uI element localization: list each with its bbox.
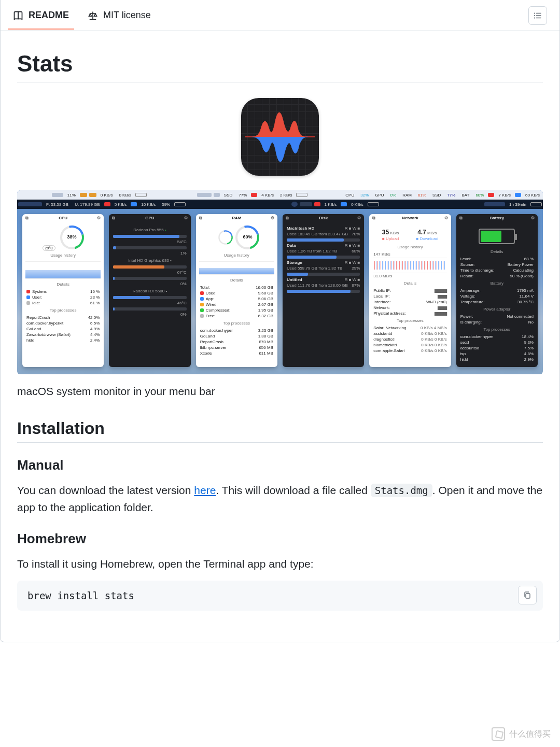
panel-gpu: ⧉GPU⚙ Radeon Pro 555 • 54°C 1% Intel HD … <box>109 214 190 367</box>
app-icon <box>241 98 319 176</box>
filename-code: Stats.dmg <box>371 484 432 497</box>
menubar-light: 11% 0 KB/s 0 KB/s SSD 77% 4 KB/s 2 KB/s … <box>17 190 543 200</box>
tab-readme-label: README <box>29 10 69 21</box>
svg-rect-1 <box>536 12 541 13</box>
panel-battery: ⧉Battery⚙ Details Level:68 % Source:Batt… <box>456 214 538 367</box>
outline-button[interactable] <box>528 6 547 25</box>
homebrew-intro: To install it using Homebrew, open the T… <box>17 555 543 573</box>
list-icon <box>533 11 542 20</box>
svg-rect-5 <box>536 17 541 18</box>
page-title: Stats <box>17 51 543 82</box>
svg-point-0 <box>534 12 535 13</box>
code-block: brew install stats <box>17 581 543 611</box>
tagline: macOS system monitor in your menu bar <box>17 383 543 400</box>
heading-installation: Installation <box>17 419 543 443</box>
tab-license[interactable]: MIT license <box>79 2 159 29</box>
app-icon-wrap <box>17 98 543 176</box>
file-tabs: README MIT license <box>1 0 559 31</box>
menubar-dark: F: 53.58 GB U: 179.89 GB 5 KB/s 10 KB/s … <box>17 200 543 209</box>
download-link[interactable]: here <box>194 484 216 496</box>
book-icon <box>13 10 23 21</box>
svg-point-2 <box>534 15 535 16</box>
heading-homebrew: Homebrew <box>17 531 543 547</box>
code-content: brew install stats <box>27 590 134 601</box>
panel-network: ⧉Network⚙ 35 KB/s■ Upload 4.7 MB/s■ Down… <box>369 214 451 367</box>
panel-ram: ⧉RAM⚙ 60% Usage history Details Total:16… <box>196 214 277 367</box>
manual-paragraph: You can download the latest version here… <box>17 482 543 516</box>
heading-manual: Manual <box>17 457 543 473</box>
law-icon <box>88 10 98 21</box>
panel-disk: ⧉Disk⚙ Macintosh HDR ■ W ■ Used 183.49 G… <box>283 214 364 367</box>
readme-page: README MIT license Stats <box>0 0 560 642</box>
svg-point-4 <box>534 17 535 18</box>
copy-icon <box>523 591 531 599</box>
svg-rect-7 <box>526 594 530 598</box>
svg-rect-3 <box>536 15 541 16</box>
hero-screenshot: 11% 0 KB/s 0 KB/s SSD 77% 4 KB/s 2 KB/s … <box>17 190 543 374</box>
panel-cpu: ⧉CPU⚙ 29°C 38% Usage history Details Sys… <box>22 214 104 367</box>
tab-license-label: MIT license <box>103 10 151 21</box>
tab-readme[interactable]: README <box>5 2 77 29</box>
copy-button[interactable] <box>518 586 537 604</box>
